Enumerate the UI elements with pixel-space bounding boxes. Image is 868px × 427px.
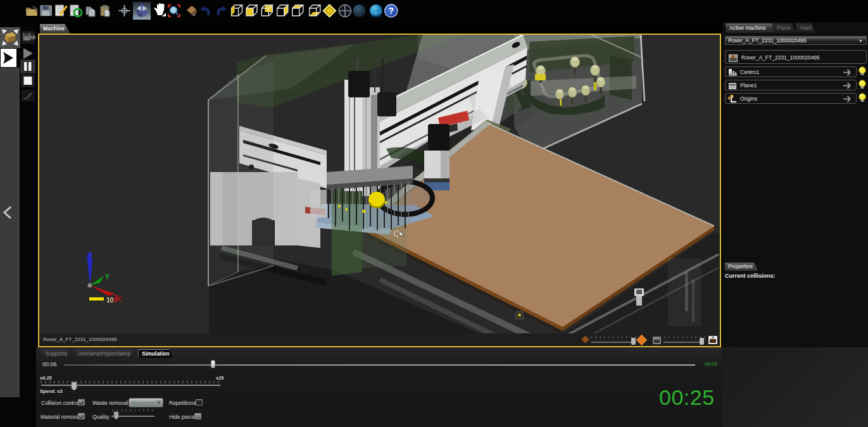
svg-text:Y: Y: [105, 273, 110, 280]
svg-text:?: ?: [389, 6, 394, 16]
svg-text:Z: Z: [86, 252, 90, 259]
svg-text:100: 100: [106, 297, 117, 304]
